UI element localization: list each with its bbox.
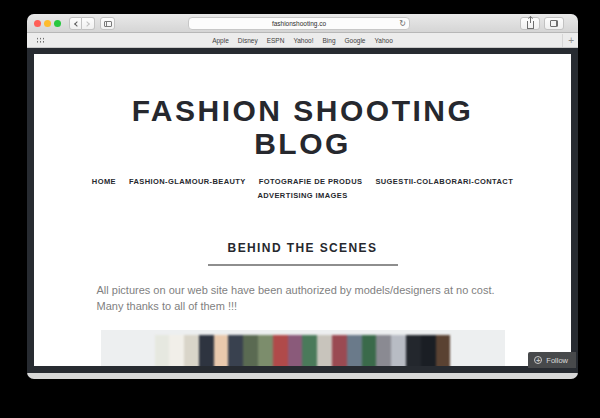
bookmark-apple[interactable]: Apple: [212, 37, 229, 44]
photo-stripe: [347, 335, 362, 366]
photo-stripe: [362, 335, 377, 366]
photo-stripe: [169, 335, 184, 366]
reload-icon[interactable]: ↻: [399, 19, 406, 28]
tab-overview-button[interactable]: [544, 17, 564, 30]
post-title-divider: [208, 264, 398, 266]
nav-item-home[interactable]: HOME: [92, 177, 116, 186]
photo-stripe: [273, 335, 288, 366]
post-body-line1: All pictures on our web site have been a…: [97, 283, 509, 299]
photo-stripe: [199, 335, 214, 366]
bookmark-espn[interactable]: ESPN: [267, 37, 285, 44]
back-icon: [74, 21, 80, 27]
browser-window: fashionshooting.co ↻ Apple Disney ESPN Y…: [27, 14, 578, 379]
follow-button[interactable]: + Follow: [528, 352, 576, 368]
bookmark-yahoo2[interactable]: Yahoo: [374, 37, 392, 44]
address-bar[interactable]: fashionshooting.co ↻: [188, 17, 410, 30]
photo-stripe: [214, 335, 229, 366]
follow-plus-icon: +: [534, 356, 542, 364]
bookmark-bing[interactable]: Bing: [323, 37, 336, 44]
page-background: FASHION SHOOTING BLOG HOME FASHION-GLAMO…: [27, 49, 578, 373]
photo-stripe: [332, 335, 347, 366]
post-photo[interactable]: [155, 335, 451, 366]
nav-item-advertising-images[interactable]: ADVERTISING IMAGES: [257, 191, 347, 200]
sidebar-icon: [104, 21, 112, 27]
photo-stripe: [421, 335, 436, 366]
back-button[interactable]: [69, 17, 82, 30]
site-title-line1: FASHION SHOOTING: [34, 94, 571, 127]
window-bottom-edge: [27, 373, 578, 379]
site-title: FASHION SHOOTING BLOG: [34, 94, 571, 160]
photo-stripe: [436, 335, 451, 366]
nav-item-fotografie-de-produs[interactable]: FOTOGRAFIE DE PRODUS: [259, 177, 363, 186]
titlebar: fashionshooting.co ↻: [27, 14, 578, 33]
nav-item-sugestii-colaborari-contact[interactable]: SUGESTII-COLABORARI-CONTACT: [375, 177, 513, 186]
photo-stripe: [391, 335, 406, 366]
photo-stripe: [155, 335, 170, 366]
content-card: FASHION SHOOTING BLOG HOME FASHION-GLAMO…: [34, 54, 571, 366]
nav-row-1: HOME FASHION-GLAMOUR-BEAUTY FOTOGRAFIE D…: [34, 177, 571, 186]
nav-row-2: ADVERTISING IMAGES: [34, 191, 571, 200]
bookmark-disney[interactable]: Disney: [238, 37, 258, 44]
photo-stripe: [406, 335, 421, 366]
photo-stripe: [184, 335, 199, 366]
share-button[interactable]: [520, 17, 540, 30]
photo-stripe: [258, 335, 273, 366]
new-tab-button[interactable]: +: [562, 34, 574, 47]
photo-stripe: [302, 335, 317, 366]
photo-stripe: [288, 335, 303, 366]
photo-stripe: [228, 335, 243, 366]
bookmark-yahoo1[interactable]: Yahoo!: [293, 37, 313, 44]
zoom-button[interactable]: [54, 20, 61, 27]
window-controls: [34, 20, 61, 27]
minimize-button[interactable]: [44, 20, 51, 27]
forward-button[interactable]: [82, 17, 95, 30]
site-title-line2: BLOG: [34, 127, 571, 160]
share-icon: [527, 21, 534, 29]
history-nav: [69, 17, 95, 30]
main-nav: HOME FASHION-GLAMOUR-BEAUTY FOTOGRAFIE D…: [34, 177, 571, 200]
photo-stripe: [317, 335, 332, 366]
photo-stripe: [376, 335, 391, 366]
photo-stripe: [243, 335, 258, 366]
forward-icon: [84, 21, 90, 27]
follow-label: Follow: [546, 356, 568, 365]
post-body: All pictures on our web site have been a…: [97, 283, 509, 314]
bookmark-links: Apple Disney ESPN Yahoo! Bing Google Yah…: [212, 37, 393, 44]
bookmarks-bar: Apple Disney ESPN Yahoo! Bing Google Yah…: [27, 33, 578, 48]
frequently-visited-icon[interactable]: [36, 37, 44, 44]
post-body-line2: Many thanks to all of them !!!: [97, 299, 509, 315]
tabs-icon: [550, 20, 558, 27]
close-button[interactable]: [34, 20, 41, 27]
sidebar-button[interactable]: [100, 17, 115, 30]
bookmark-google[interactable]: Google: [345, 37, 366, 44]
url-text: fashionshooting.co: [272, 20, 326, 27]
post-title[interactable]: BEHIND THE SCENES: [34, 241, 571, 255]
nav-item-fashion-glamour-beauty[interactable]: FASHION-GLAMOUR-BEAUTY: [129, 177, 246, 186]
post-media-area: [101, 330, 505, 366]
